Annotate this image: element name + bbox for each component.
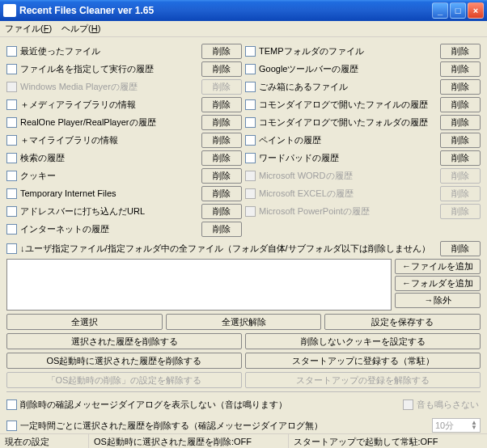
select-all-button[interactable]: 全選択 <box>6 314 163 330</box>
history-checkbox[interactable] <box>6 117 17 128</box>
delete-button[interactable]: 削除 <box>440 115 481 130</box>
history-row: ワードパッドの履歴削除 <box>245 149 481 167</box>
delete-button[interactable]: 削除 <box>440 44 481 59</box>
delete-button[interactable]: 削除 <box>440 79 481 95</box>
history-checkbox[interactable] <box>6 188 17 199</box>
history-row: Googleツールバーの履歴削除 <box>245 60 481 78</box>
history-label: Microsoft EXCELの履歴 <box>259 188 440 200</box>
add-file-button[interactable]: ←ファイルを追加 <box>395 259 481 274</box>
history-checkbox[interactable] <box>6 64 17 74</box>
delete-button: 削除 <box>440 186 481 201</box>
history-checkbox[interactable] <box>6 171 17 181</box>
delete-on-boot-button[interactable]: OS起動時に選択された履歴を削除する <box>6 353 242 369</box>
delete-button[interactable]: 削除 <box>440 97 481 112</box>
history-row: RealOne Player/RealPlayerの履歴削除 <box>6 113 242 131</box>
no-sound-checkbox <box>403 399 413 410</box>
register-startup-button[interactable]: スタートアップに登録する（常駐） <box>245 353 481 369</box>
history-checkbox[interactable] <box>6 135 17 146</box>
history-checkbox[interactable] <box>6 46 17 57</box>
history-label: Temporary Internet Files <box>20 188 201 198</box>
delete-button[interactable]: 削除 <box>201 61 242 77</box>
menu-help[interactable]: ヘルプ(H) <box>61 23 100 35</box>
delete-button[interactable]: 削除 <box>201 115 242 130</box>
history-label: 最近使ったファイル <box>20 45 201 57</box>
menu-file[interactable]: ファイル(F) <box>5 23 52 35</box>
user-folder-checkbox[interactable] <box>6 243 17 254</box>
delete-button[interactable]: 削除 <box>201 44 242 59</box>
interval-delete-checkbox[interactable] <box>6 421 17 431</box>
history-row: TEMPフォルダのファイル削除 <box>245 42 481 60</box>
history-row: 最近使ったファイル削除 <box>6 42 242 60</box>
user-folder-delete-button[interactable]: 削除 <box>440 241 481 256</box>
history-label: コモンダイアログで開いたファイルの履歴 <box>259 99 440 111</box>
history-checkbox[interactable] <box>245 46 256 57</box>
close-button[interactable]: × <box>468 2 484 19</box>
history-label: RealOne Player/RealPlayerの履歴 <box>20 116 201 129</box>
history-checkbox <box>245 188 256 199</box>
file-list-box[interactable] <box>6 259 392 311</box>
left-column: 最近使ったファイル削除ファイル名を指定して実行の履歴削除Windows Medi… <box>6 42 242 238</box>
exclude-button[interactable]: →除外 <box>395 293 481 308</box>
no-confirm-label: 削除時の確認メッセージダイアログを表示しない（音は鳴ります） <box>20 399 403 411</box>
history-label: 検索の履歴 <box>20 152 201 164</box>
right-column: TEMPフォルダのファイル削除Googleツールバーの履歴削除ごみ箱にあるファイ… <box>245 42 481 238</box>
no-sound-label: 音も鳴らさない <box>417 399 479 411</box>
delete-button[interactable]: 削除 <box>201 222 242 237</box>
history-label: Googleツールバーの履歴 <box>259 63 440 75</box>
delete-button[interactable]: 削除 <box>201 168 242 184</box>
delete-button[interactable]: 削除 <box>201 204 242 219</box>
delete-button[interactable]: 削除 <box>440 61 481 77</box>
delete-button[interactable]: 削除 <box>201 133 242 148</box>
history-checkbox[interactable] <box>6 99 17 110</box>
history-checkbox[interactable] <box>245 117 256 128</box>
history-checkbox[interactable] <box>245 82 256 92</box>
delete-button[interactable]: 削除 <box>201 150 242 166</box>
history-checkbox[interactable] <box>6 206 17 217</box>
history-label: Microsoft PowerPointの履歴 <box>259 205 440 218</box>
cookie-settings-button[interactable]: 削除しないクッキーを設定する <box>245 333 481 349</box>
save-settings-button[interactable]: 設定を保存する <box>324 314 481 330</box>
minimize-button[interactable]: _ <box>432 2 448 19</box>
history-row: インターネットの履歴削除 <box>6 220 242 238</box>
divider <box>6 391 481 392</box>
statusbar: 現在の設定 OS起動時に選択された履歴を削除:OFF スタートアップで起動して常… <box>0 433 487 448</box>
history-row: Microsoft EXCELの履歴削除 <box>245 184 481 202</box>
delete-button: 削除 <box>201 79 242 95</box>
delete-button[interactable]: 削除 <box>440 133 481 148</box>
history-row: Temporary Internet Files削除 <box>6 184 242 202</box>
history-checkbox[interactable] <box>6 224 17 235</box>
history-checkbox[interactable] <box>245 99 256 110</box>
history-checkbox[interactable] <box>245 135 256 146</box>
history-row: ペイントの履歴削除 <box>245 131 481 149</box>
history-row: ＋メディアライブラリの情報削除 <box>6 95 242 113</box>
history-row: ごみ箱にあるファイル削除 <box>245 78 481 95</box>
history-row: クッキー削除 <box>6 167 242 184</box>
history-row: 検索の履歴削除 <box>6 149 242 167</box>
no-confirm-checkbox[interactable] <box>6 399 17 410</box>
history-label: ＋マイライブラリの情報 <box>20 134 201 146</box>
delete-selected-button[interactable]: 選択された履歴を削除する <box>6 333 242 349</box>
delete-button: 削除 <box>440 204 481 219</box>
titlebar: Recent Files Cleaner ver 1.65 _ □ × <box>0 0 487 21</box>
add-folder-button[interactable]: ←フォルダを追加 <box>395 276 481 291</box>
history-row: コモンダイアログで開いたファイルの履歴削除 <box>245 95 481 113</box>
history-label: ごみ箱にあるファイル <box>259 81 440 93</box>
delete-button[interactable]: 削除 <box>440 150 481 166</box>
window-title: Recent Files Cleaner ver 1.65 <box>19 5 432 16</box>
history-row: Microsoft PowerPointの履歴削除 <box>245 202 481 220</box>
menubar: ファイル(F) ヘルプ(H) <box>0 21 487 37</box>
history-checkbox[interactable] <box>245 64 256 74</box>
cancel-boot-delete-button: 「OS起動時の削除」の設定を解除する <box>6 372 242 388</box>
maximize-button[interactable]: □ <box>450 2 466 19</box>
delete-button: 削除 <box>440 168 481 184</box>
app-icon <box>3 4 16 17</box>
history-label: コモンダイアログで開いたフォルダの履歴 <box>259 116 440 129</box>
history-checkbox[interactable] <box>6 153 17 163</box>
history-label: クッキー <box>20 170 201 182</box>
history-label: ワードパッドの履歴 <box>259 152 440 164</box>
status-startup: スタートアップで起動して常駐:OFF <box>289 434 488 448</box>
delete-button[interactable]: 削除 <box>201 97 242 112</box>
delete-button[interactable]: 削除 <box>201 186 242 201</box>
history-checkbox[interactable] <box>245 153 256 163</box>
deselect-all-button[interactable]: 全選択解除 <box>166 314 322 330</box>
